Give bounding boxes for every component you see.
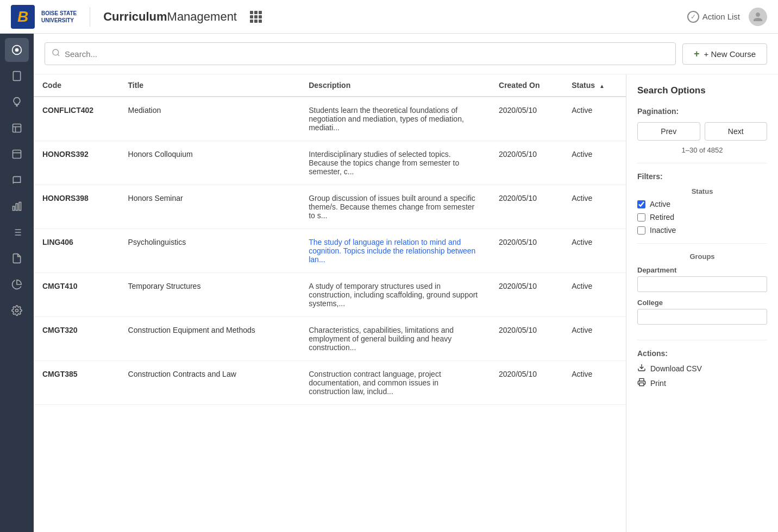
- cell-description: The study of language in relation to min…: [300, 229, 490, 273]
- action-list-button[interactable]: ✓ Action List: [687, 11, 740, 23]
- pagination-label: Pagination:: [637, 107, 767, 116]
- sort-arrow-icon: ▲: [599, 83, 605, 89]
- svg-point-1: [15, 48, 19, 52]
- svg-rect-5: [13, 206, 15, 211]
- status-inactive-label: Inactive: [650, 226, 676, 235]
- status-retired-checkbox[interactable]: [637, 213, 645, 221]
- prev-button[interactable]: Prev: [637, 122, 700, 141]
- filters-label: Filters:: [637, 172, 767, 181]
- print-icon: [637, 378, 646, 388]
- cell-title: Construction Equipment and Methods: [120, 317, 300, 361]
- cell-created-on: 2020/05/10: [490, 317, 563, 361]
- sidebar-item-settings[interactable]: [5, 299, 29, 322]
- description-text: Construction contract language, project …: [309, 370, 441, 396]
- cell-created-on: 2020/05/10: [490, 185, 563, 229]
- status-active-label: Active: [650, 200, 670, 208]
- svg-point-9: [53, 49, 59, 55]
- cell-description: Group discussion of issues built around …: [300, 185, 490, 229]
- cell-code: LING406: [34, 229, 120, 273]
- status-group-label: Status: [637, 187, 767, 195]
- search-input[interactable]: [65, 49, 669, 59]
- status-inactive-row: Inactive: [637, 226, 767, 235]
- sidebar-item-file[interactable]: [5, 246, 29, 270]
- cell-status: Active: [563, 141, 626, 185]
- download-icon: [637, 363, 646, 373]
- divider-1: [637, 163, 767, 163]
- department-input[interactable]: [637, 276, 767, 292]
- col-code[interactable]: Code: [34, 74, 120, 97]
- divider-3: [637, 340, 767, 340]
- cell-created-on: 2020/05/10: [490, 361, 563, 405]
- print-link[interactable]: Print: [637, 378, 767, 388]
- cell-status: Active: [563, 185, 626, 229]
- cell-status: Active: [563, 97, 626, 141]
- cell-title: Temporary Structures: [120, 273, 300, 317]
- cell-code: CMGT410: [34, 273, 120, 317]
- sidebar-item-chart[interactable]: [5, 194, 29, 218]
- cell-description: Interdisciplinary studies of selected to…: [300, 141, 490, 185]
- top-nav: B BOISE STATE UNIVERSITY CurriculumManag…: [0, 0, 778, 34]
- col-title[interactable]: Title: [120, 74, 300, 97]
- app-title-normal: Management: [167, 10, 237, 23]
- app-title: CurriculumManagement: [103, 10, 237, 24]
- pagination-info: 1–30 of 4852: [637, 146, 767, 154]
- plus-icon: +: [694, 48, 700, 60]
- college-label: College: [637, 299, 767, 307]
- cell-description: Students learn the theoretical foundatio…: [300, 97, 490, 141]
- sidebar-item-book[interactable]: [5, 64, 29, 88]
- sidebar-item-dashboard[interactable]: [5, 38, 29, 62]
- cell-description: A study of temporary structures used in …: [300, 273, 490, 317]
- description-link[interactable]: The study of language in relation to min…: [309, 238, 475, 264]
- table-row: HONORS392 Honors Colloquium Interdiscipl…: [34, 141, 626, 185]
- cell-created-on: 2020/05/10: [490, 229, 563, 273]
- action-list-label: Action List: [702, 12, 740, 21]
- cell-code: CMGT385: [34, 361, 120, 405]
- svg-rect-11: [639, 383, 644, 385]
- cell-code: HONORS398: [34, 185, 120, 229]
- table-row: CONFLICT402 Mediation Students learn the…: [34, 97, 626, 141]
- print-label: Print: [650, 379, 666, 388]
- pagination-row: Prev Next: [637, 122, 767, 141]
- status-inactive-checkbox[interactable]: [637, 226, 645, 235]
- description-text: Students learn the theoretical foundatio…: [309, 106, 464, 132]
- svg-rect-7: [19, 202, 21, 211]
- table-row: LING406 Psycholinguistics The study of l…: [34, 229, 626, 273]
- cell-status: Active: [563, 317, 626, 361]
- nav-divider: [90, 7, 90, 27]
- top-nav-right: ✓ Action List: [687, 8, 767, 26]
- new-course-button[interactable]: + + New Course: [682, 43, 767, 65]
- sidebar-item-book2[interactable]: [5, 116, 29, 140]
- cell-title: Honors Seminar: [120, 185, 300, 229]
- search-bar-row: + + New Course: [34, 34, 778, 74]
- college-input[interactable]: [637, 309, 767, 325]
- cell-status: Active: [563, 229, 626, 273]
- download-csv-link[interactable]: Download CSV: [637, 363, 767, 373]
- next-button[interactable]: Next: [705, 122, 768, 141]
- search-input-wrap: [45, 42, 676, 65]
- main-content: + + New Course Code Title Description Cr…: [34, 34, 778, 532]
- new-course-label: + New Course: [703, 49, 756, 59]
- col-status[interactable]: Status ▲: [563, 74, 626, 97]
- user-avatar[interactable]: [749, 8, 767, 26]
- status-active-checkbox[interactable]: [637, 200, 645, 208]
- cell-title: Mediation: [120, 97, 300, 141]
- sidebar-item-book3[interactable]: [5, 142, 29, 166]
- col-created-on[interactable]: Created On: [490, 74, 563, 97]
- right-panel: Search Options Pagination: Prev Next 1–3…: [626, 74, 778, 532]
- svg-rect-6: [16, 204, 17, 211]
- sidebar-item-list[interactable]: [5, 220, 29, 244]
- svg-rect-4: [13, 150, 21, 159]
- cell-title: Psycholinguistics: [120, 229, 300, 273]
- app-body: + + New Course Code Title Description Cr…: [0, 34, 778, 532]
- grid-icon[interactable]: [250, 11, 262, 23]
- cell-created-on: 2020/05/10: [490, 273, 563, 317]
- svg-rect-3: [13, 124, 21, 132]
- logo-area: B BOISE STATE UNIVERSITY: [11, 5, 77, 29]
- sidebar-item-pie-chart[interactable]: [5, 273, 29, 296]
- courses-table: Code Title Description Created On Status…: [34, 74, 626, 405]
- sidebar-item-book4[interactable]: [5, 168, 29, 192]
- sidebar-item-lightbulb[interactable]: [5, 90, 29, 114]
- description-text: Group discussion of issues built around …: [309, 194, 475, 220]
- download-csv-label: Download CSV: [650, 364, 702, 373]
- cell-title: Construction Contracts and Law: [120, 361, 300, 405]
